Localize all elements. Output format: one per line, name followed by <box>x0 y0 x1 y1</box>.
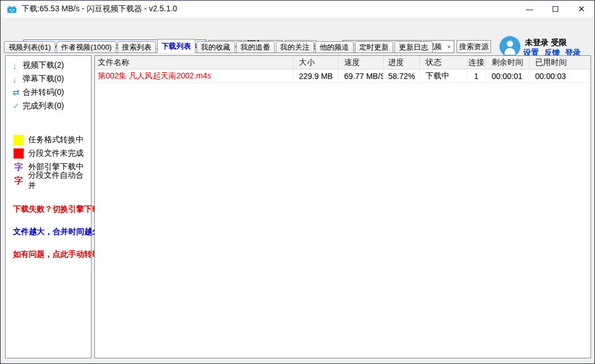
legend-auto-merge: 字 分段文件自动合并 <box>6 174 91 187</box>
table-header: 文件名称 大小 速度 进度 状态 连接 剩余时间 已用时间 <box>95 56 590 69</box>
tab-changelog[interactable]: 更新日志 <box>394 41 433 53</box>
table-row[interactable]: 第002集 凡人风起天南2002.m4s 229.9 MB 69.77 MB/S… <box>95 69 590 83</box>
col-connections: 连接 <box>467 56 486 69</box>
tab-his-channel[interactable]: 他的频道 <box>315 41 354 53</box>
login-status: 未登录 受限 <box>525 38 567 48</box>
cell-speed: 69.77 MB/S <box>338 69 384 82</box>
tab-my-favorites[interactable]: 我的收藏 <box>197 41 235 53</box>
tab-scheduled-update[interactable]: 定时更新 <box>355 41 393 53</box>
col-status: 状态 <box>420 56 467 69</box>
chevron-down-icon: ∨ <box>447 44 451 49</box>
hint-manual-transcode[interactable]: 如有问题，点此手动转码 <box>13 249 100 260</box>
sidebar-item-merge-transcode[interactable]: ⇄ 合并转码(0) <box>6 86 91 99</box>
window-title: 下载:65.53 MB/s - 闪豆视频下载器 - v2.5.1.0 <box>21 4 177 14</box>
sidebar-item-danmaku-download[interactable]: ↓ 弹幕下载(0) <box>6 72 91 86</box>
download-icon: ↓ <box>12 74 23 84</box>
col-filename: 文件名称 <box>95 56 293 69</box>
purple-char-icon: 字 <box>14 162 24 173</box>
download-icon: ↓ <box>12 61 23 71</box>
sidebar-item-video-download[interactable]: ↓ 视频下载(2) <box>6 59 91 72</box>
sidebar-item-completed-list[interactable]: ✓ 完成列表(0) <box>6 99 91 113</box>
user-avatar[interactable] <box>500 36 520 57</box>
sidebar-item-label: 视频下载(2) <box>23 60 64 71</box>
yellow-swatch-icon <box>14 135 24 145</box>
hint-merge-time: 文件越大，合并时间越久 <box>13 227 100 237</box>
red-char-icon: 字 <box>14 176 24 186</box>
col-speed: 速度 <box>338 56 384 69</box>
red-swatch-icon <box>14 148 24 159</box>
app-icon <box>7 5 17 14</box>
tab-search-list[interactable]: 搜索列表 <box>118 41 156 53</box>
sidebar-item-label: 完成列表(0) <box>23 101 64 111</box>
title-bar: 下载:65.53 MB/s - 闪豆视频下载器 - v2.5.1.0 — ✕ <box>1 1 594 17</box>
cell-elapsed-time: 00:00:03 <box>529 69 590 82</box>
tab-my-follows[interactable]: 我的关注 <box>276 41 314 53</box>
download-table: 文件名称 大小 速度 进度 状态 连接 剩余时间 已用时间 第002集 凡人风起… <box>94 55 591 358</box>
legend-converting: 任务格式转换中 <box>6 133 91 147</box>
legend-segment-incomplete: 分段文件未完成 <box>6 147 91 160</box>
hint-switch-engine[interactable]: 下载失败？切换引擎下载 <box>13 204 100 214</box>
toolbar: 解 析: 自动 ∨ MP4-AVC ∨ 解析资源 搜 索: 视频 ∨ 搜索资源 … <box>1 17 594 40</box>
col-size: 大小 <box>293 56 338 69</box>
close-button[interactable]: ✕ <box>568 1 594 17</box>
cell-status: 下载中 <box>420 69 467 82</box>
col-progress: 进度 <box>384 56 420 69</box>
tab-my-bangumi[interactable]: 我的追番 <box>236 41 275 53</box>
cell-progress: 58.72% <box>384 69 420 82</box>
sidebar-item-label: 弹幕下载(0) <box>23 74 64 84</box>
tab-author-videos[interactable]: 作者视频(1000) <box>57 41 116 53</box>
avatar-person-icon <box>507 41 513 47</box>
col-elapsed-time: 已用时间 <box>529 56 590 69</box>
sidebar: ↓ 视频下载(2) ↓ 弹幕下载(0) ⇄ 合并转码(0) ✓ 完成列表(0) … <box>5 55 92 358</box>
tab-bar: 视频列表(61) 作者视频(1000) 搜索列表 下载列表 我的收藏 我的追番 … <box>4 40 434 53</box>
minimize-button[interactable]: — <box>516 1 542 17</box>
col-remaining-time: 剩余时间 <box>486 56 529 69</box>
cell-size: 229.9 MB <box>293 69 338 82</box>
maximize-button[interactable] <box>542 1 568 17</box>
sidebar-item-label: 合并转码(0) <box>23 87 64 98</box>
cell-filename: 第002集 凡人风起天南2002.m4s <box>95 69 293 82</box>
cell-remaining-time: 00:00:01 <box>486 69 529 82</box>
tab-video-list[interactable]: 视频列表(61) <box>4 41 55 53</box>
check-icon: ✓ <box>12 101 23 111</box>
merge-icon: ⇄ <box>12 87 23 98</box>
tab-download-list[interactable]: 下载列表 <box>157 39 196 53</box>
maximize-icon <box>553 6 558 12</box>
search-button[interactable]: 搜索资源 <box>457 40 491 53</box>
cell-connections: 1 <box>467 69 486 82</box>
